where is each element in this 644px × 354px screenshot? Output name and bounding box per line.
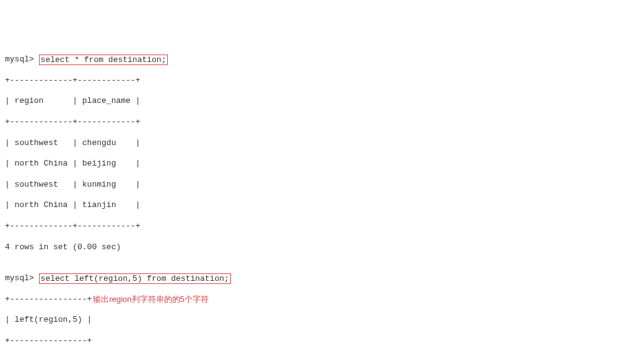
query2-sep-top: +----------------+ — [5, 294, 92, 305]
query2-sep-mid: +----------------+ — [5, 336, 639, 347]
table-row: | southwest | chengdu | — [5, 138, 639, 149]
query2-sep-top-line: +----------------+输出region列字符串的的5个字符 — [5, 294, 639, 305]
query2-header: | left(region,5) | — [5, 315, 639, 325]
table-row: | southwest | kunming | — [5, 180, 639, 190]
mysql-prompt: mysql> — [5, 55, 39, 65]
query1-prompt-line: mysql> select * from destination; — [5, 55, 639, 65]
mysql-prompt: mysql> — [5, 273, 39, 284]
query1-sep-bot: +-------------+------------+ — [5, 221, 639, 232]
table-row: | north China | tianjin | — [5, 200, 639, 211]
query1-sep-mid: +-------------+------------+ — [5, 117, 639, 128]
query1-sql: select * from destination; — [39, 55, 168, 65]
query2-prompt-line: mysql> select left(region,5) from destin… — [5, 273, 639, 284]
query2-sql: select left(region,5) from destination; — [39, 273, 231, 284]
terminal-output: mysql> select * from destination; +-----… — [5, 44, 639, 354]
query2-annotation: 输出region列字符串的的5个字符 — [93, 294, 208, 305]
query1-sep-top: +-------------+------------+ — [5, 76, 639, 86]
query1-header: | region | place_name | — [5, 96, 639, 107]
table-row: | north China | beijing | — [5, 159, 639, 169]
query1-footer: 4 rows in set (0.00 sec) — [5, 242, 639, 253]
